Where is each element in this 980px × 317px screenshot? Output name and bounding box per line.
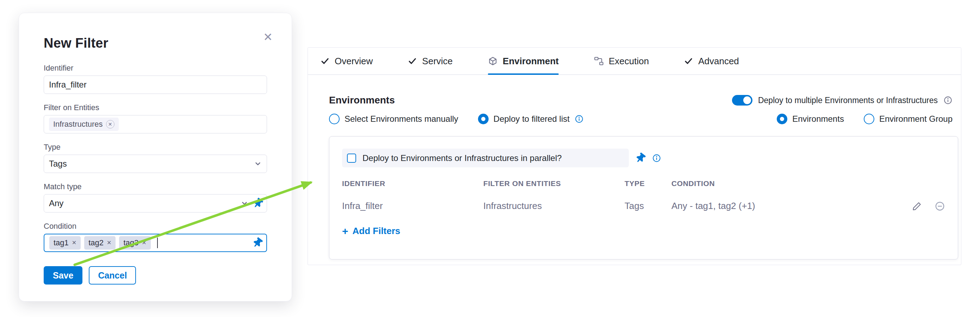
modal-title: New Filter xyxy=(44,36,267,51)
stage-tabs: Overview Service Environment Execution A… xyxy=(308,48,961,75)
cell-condition: Any - tag1, tag2 (+1) xyxy=(671,200,896,211)
radio-circle[interactable] xyxy=(329,114,340,124)
identifier-label: Identifier xyxy=(44,64,267,73)
remove-tag-icon[interactable]: ✕ xyxy=(142,240,146,246)
condition-input[interactable]: tag1 ✕ tag2 ✕ tag3 ✕ xyxy=(44,234,267,252)
radio-circle-checked[interactable] xyxy=(478,114,488,124)
condition-label: Condition xyxy=(44,222,267,231)
execution-icon xyxy=(594,56,604,66)
info-icon[interactable] xyxy=(943,96,953,105)
modal-actions: Save Cancel xyxy=(44,266,267,285)
tag-label: tag2 xyxy=(88,238,103,247)
parallel-checkbox-label: Deploy to Environments or Infrastructure… xyxy=(363,153,562,163)
multi-env-toggle-label: Deploy to multiple Environments or Infra… xyxy=(758,96,938,105)
info-icon[interactable] xyxy=(652,154,661,163)
identifier-value: Infra_filter xyxy=(49,80,87,90)
parallel-checkbox[interactable] xyxy=(347,154,356,163)
multi-env-toggle-row: Deploy to multiple Environments or Infra… xyxy=(732,95,953,106)
close-icon[interactable]: ✕ xyxy=(263,31,273,43)
check-icon xyxy=(684,56,693,66)
environment-stage-panel: Overview Service Environment Execution A… xyxy=(307,47,961,265)
tab-overview[interactable]: Overview xyxy=(321,48,373,74)
cancel-button[interactable]: Cancel xyxy=(89,266,136,285)
deploy-mode-radios: Select Environments manually Deploy to f… xyxy=(329,114,584,124)
match-type-group: Match type Any xyxy=(44,182,267,213)
radio-select-environments-manually[interactable]: Select Environments manually xyxy=(329,114,458,124)
radio-label: Environment Group xyxy=(879,114,953,124)
pin-icon[interactable] xyxy=(252,197,264,210)
radio-environments[interactable]: Environments xyxy=(777,114,844,124)
entity-chip: Infrastructures ✕ xyxy=(49,118,119,131)
radio-label: Environments xyxy=(792,114,844,124)
tab-environment[interactable]: Environment xyxy=(488,48,559,74)
condition-tag-chip: tag2 ✕ xyxy=(84,236,116,250)
chevron-down-icon xyxy=(240,199,248,207)
chevron-down-icon xyxy=(254,160,262,168)
entities-input[interactable]: Infrastructures ✕ xyxy=(44,115,267,133)
radio-environment-group[interactable]: Environment Group xyxy=(864,114,953,124)
filters-card: Deploy to Environments or Infrastructure… xyxy=(329,136,958,259)
check-icon xyxy=(321,56,330,66)
identifier-input[interactable]: Infra_filter xyxy=(44,75,267,94)
radio-label: Select Environments manually xyxy=(345,114,458,124)
type-value: Tags xyxy=(49,159,67,169)
match-type-label: Match type xyxy=(44,182,267,191)
remove-tag-icon[interactable]: ✕ xyxy=(107,240,111,246)
cell-identifier: Infra_filter xyxy=(342,200,483,211)
radio-circle[interactable] xyxy=(864,114,874,124)
environment-icon xyxy=(488,56,498,66)
col-filter-on-entities: FILTER ON ENTITIES xyxy=(483,179,625,188)
type-group: Type Tags xyxy=(44,142,267,173)
cell-type: Tags xyxy=(625,200,671,211)
col-type: TYPE xyxy=(625,179,671,188)
edit-icon[interactable] xyxy=(912,201,922,211)
tab-service[interactable]: Service xyxy=(408,48,453,74)
radio-label: Deploy to filtered list xyxy=(493,114,570,124)
type-select[interactable]: Tags xyxy=(44,155,267,173)
match-type-select[interactable]: Any xyxy=(44,194,267,213)
tab-advanced[interactable]: Advanced xyxy=(684,48,739,74)
entities-group: Filter on Entities Infrastructures ✕ xyxy=(44,103,267,133)
entity-chip-label: Infrastructures xyxy=(53,120,103,129)
cell-filter-on-entities: Infrastructures xyxy=(483,200,625,211)
environment-tab-content: Environments Deploy to multiple Environm… xyxy=(308,75,961,259)
tab-execution[interactable]: Execution xyxy=(594,48,649,74)
identifier-group: Identifier Infra_filter xyxy=(44,64,267,94)
condition-tag-chip: tag1 ✕ xyxy=(49,236,81,250)
environments-heading: Environments xyxy=(329,94,395,106)
add-filters-button[interactable]: + Add Filters xyxy=(342,226,945,237)
plus-icon: + xyxy=(342,226,348,237)
tab-label: Advanced xyxy=(698,56,739,67)
match-type-value: Any xyxy=(49,199,64,208)
multi-env-toggle[interactable] xyxy=(732,95,752,106)
remove-chip-icon[interactable]: ✕ xyxy=(106,120,115,128)
table-row: Infra_filter Infrastructures Tags Any - … xyxy=(342,200,945,211)
radio-circle-checked[interactable] xyxy=(777,114,788,124)
check-icon xyxy=(408,56,417,66)
env-scope-radios: Environments Environment Group xyxy=(777,114,953,124)
entities-label: Filter on Entities xyxy=(44,103,267,112)
col-identifier: IDENTIFIER xyxy=(342,179,483,188)
remove-tag-icon[interactable]: ✕ xyxy=(72,240,76,246)
type-label: Type xyxy=(44,142,267,152)
remove-row-icon[interactable] xyxy=(935,201,945,211)
pin-icon[interactable] xyxy=(635,152,647,165)
info-icon[interactable] xyxy=(574,114,584,123)
tag-label: tag3 xyxy=(123,238,138,247)
toggle-knob xyxy=(743,96,751,104)
col-condition: CONDITION xyxy=(671,179,896,188)
condition-tag-chip: tag3 ✕ xyxy=(119,236,150,250)
new-filter-modal: New Filter ✕ Identifier Infra_filter Fil… xyxy=(19,13,292,301)
tab-label: Service xyxy=(422,56,453,67)
parallel-checkbox-row[interactable]: Deploy to Environments or Infrastructure… xyxy=(342,149,629,167)
filters-table-header: IDENTIFIER FILTER ON ENTITIES TYPE CONDI… xyxy=(342,179,945,188)
radio-deploy-to-filtered-list[interactable]: Deploy to filtered list xyxy=(478,114,584,124)
tag-label: tag1 xyxy=(54,238,69,247)
condition-group: Condition tag1 ✕ tag2 ✕ tag3 ✕ xyxy=(44,222,267,252)
text-caret xyxy=(157,238,158,248)
tab-label: Execution xyxy=(609,56,649,67)
tab-label: Environment xyxy=(503,56,559,67)
tab-label: Overview xyxy=(335,56,373,67)
pin-icon[interactable] xyxy=(251,237,264,249)
save-button[interactable]: Save xyxy=(44,266,83,285)
